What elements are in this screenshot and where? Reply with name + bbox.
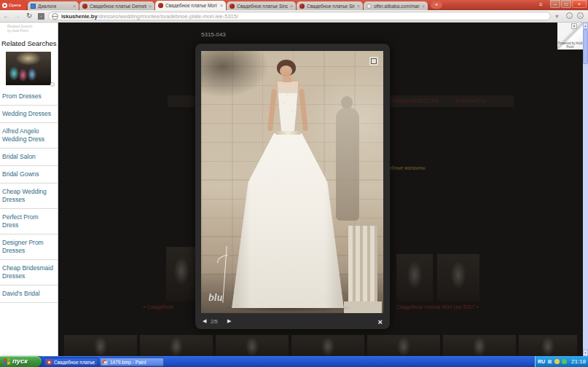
system-tray: RU 21:18: [535, 356, 588, 367]
gallery-thumbnail: [367, 335, 440, 356]
tab-strip: Opera Диалоги × Свадебное платье Demetri…: [0, 0, 588, 10]
lightbox-close-button[interactable]: ×: [378, 317, 383, 326]
opera-logo-icon: [2, 3, 7, 8]
tab-close-icon[interactable]: ×: [357, 4, 360, 9]
forward-icon[interactable]: →: [13, 12, 20, 20]
scrollbar-up-icon[interactable]: ▲: [583, 23, 588, 29]
reload-icon[interactable]: ↻: [26, 12, 32, 20]
sidebar-item-wedding-dresses[interactable]: Wedding Dresses: [0, 106, 58, 123]
gallery-thumbnail: [519, 335, 577, 356]
nav-item-news: НАШИ НОВОСТИ: [392, 98, 439, 103]
profile-icon[interactable]: •: [577, 12, 584, 19]
language-indicator[interactable]: RU: [538, 359, 545, 364]
tab-label: Свадебное платье Demetri: [90, 4, 146, 9]
taskbar-clock: 21:18: [571, 358, 586, 365]
site-icon: [299, 4, 305, 9]
tab-alibaba[interactable]: offer.alibaba.com/market/ ×: [364, 1, 428, 10]
start-label: пуск: [12, 357, 28, 365]
tab-dialogs[interactable]: Диалоги ×: [28, 1, 79, 10]
tab-close-icon[interactable]: ×: [220, 3, 223, 8]
wedding-dress-photo[interactable]: blu: [201, 51, 383, 313]
model-face: [280, 66, 292, 76]
close-button[interactable]: ×: [572, 0, 587, 8]
tab-dress-mori-lee-active[interactable]: Свадебное платье Mori Le ×: [155, 1, 226, 10]
dress-skirt: [230, 133, 346, 308]
sidebar-item-davids-bridal[interactable]: David's Bridal: [0, 285, 58, 303]
ad-corner-fold[interactable]: Powered by Avid Point: [557, 23, 583, 50]
sidebar-item-prom-dresses[interactable]: Prom Dresses: [0, 88, 58, 106]
sidebar-promo-photo[interactable]: [6, 52, 51, 85]
brand-logo: blu: [208, 291, 222, 304]
sidebar-item-cheap-wedding[interactable]: Cheap Wedding Dresses: [0, 184, 58, 209]
browser-window: Opera Диалоги × Свадебное платье Demetri…: [0, 0, 588, 367]
tab-close-icon[interactable]: ×: [290, 4, 293, 9]
tab-close-icon[interactable]: ×: [73, 4, 76, 9]
tab-close-icon[interactable]: ×: [422, 4, 425, 9]
tab-label: offer.alibaba.com/market/: [374, 4, 420, 9]
expand-icon[interactable]: [369, 57, 378, 66]
gallery-thumbnail: [443, 335, 516, 356]
statue-figure: [336, 108, 359, 221]
page-scrollbar[interactable]: ▲ ▼: [583, 23, 588, 356]
nav-item-contacts: КОНТАКТЫ: [455, 98, 486, 103]
gallery-thumbnail: [291, 335, 364, 356]
maximize-button[interactable]: □: [561, 0, 571, 8]
start-button[interactable]: пуск: [0, 356, 42, 367]
update-icon[interactable]: [554, 359, 560, 364]
model-arm: [267, 89, 277, 131]
dress-thumbnail: [166, 247, 197, 301]
tab-dress-demetri[interactable]: Свадебное платье Demetri ×: [79, 1, 154, 10]
task-label: 1479.bmp - Paint: [110, 360, 146, 365]
adchoices-icon[interactable]: [50, 82, 55, 87]
sidebar-ad-note: Related Search by Avid Point: [7, 24, 32, 33]
flower-leaf: [217, 255, 228, 263]
ad-options-icon[interactable]: [571, 23, 577, 29]
antivirus-icon[interactable]: [562, 359, 567, 364]
taskbar-item-opera[interactable]: Свадебное платье ...: [44, 358, 98, 366]
new-tab-button[interactable]: +: [431, 1, 442, 9]
scrollbar-down-icon[interactable]: ▼: [583, 350, 588, 356]
chat-icon: [31, 4, 36, 9]
photo-counter: 2/5: [211, 319, 218, 324]
dress-thumbnail: [396, 254, 433, 301]
sidebar-item-designer-prom[interactable]: Designer Prom Dresses: [0, 234, 58, 260]
minimize-button[interactable]: –: [550, 0, 560, 8]
site-icon: [158, 3, 163, 8]
sidebar-item-bridal-gowns[interactable]: Bridal Gowns: [0, 166, 58, 184]
back-icon[interactable]: ←: [3, 12, 10, 20]
address-bar[interactable]: iskushenie.by /dresses/wedding/morilee/s…: [48, 12, 551, 20]
page-overlay-area: НАШИ НОВОСТИ КОНТАКТЫ свадебные магазины…: [58, 23, 588, 356]
sidebar-title: Related Searches: [1, 39, 57, 47]
tab-dress-sincerity-1[interactable]: Свадебное платье Sinceri ×: [227, 1, 296, 10]
network-icon[interactable]: [547, 359, 552, 364]
taskbar-item-paint[interactable]: 1479.bmp - Paint: [100, 358, 164, 366]
model-arm: [299, 89, 308, 131]
image-lightbox: blu ◀ 2/5 ▶ ×: [195, 44, 390, 329]
speed-dial-icon[interactable]: [38, 13, 44, 20]
window-menu-icon[interactable]: ≡: [539, 1, 543, 8]
sidebar-link-list: Prom Dresses Wedding Dresses Alfred Ange…: [0, 88, 58, 303]
tab-dress-sincerity-2[interactable]: Свадебное платье Sinceri ×: [297, 1, 363, 10]
download-icon[interactable]: ↓: [566, 12, 573, 19]
site-icon: [82, 4, 87, 9]
stone-column: [348, 226, 377, 313]
opera-icon: [47, 360, 52, 365]
sidebar-item-cheap-bridesmaid[interactable]: Cheap Bridesmaid Dresses: [0, 260, 58, 285]
dress-belt: [275, 131, 301, 135]
sidebar-item-bridal-salon[interactable]: Bridal Salon: [0, 149, 58, 166]
tab-close-icon[interactable]: ×: [149, 4, 152, 9]
opera-menu-label: Opera: [9, 3, 21, 7]
corner-note: Powered by Avid Point: [557, 42, 583, 49]
scrollbar-thumb[interactable]: [583, 29, 588, 64]
site-badge-icon[interactable]: [52, 13, 58, 20]
page-content: Related Search by Avid Point Related Sea…: [0, 23, 588, 356]
opera-menu-button[interactable]: Opera: [0, 0, 26, 10]
sidebar-item-perfect-prom[interactable]: Perfect Prom Dress: [0, 209, 58, 234]
sidebar-item-alfred-angelo[interactable]: Alfred Angelo Wedding Dress: [0, 123, 58, 149]
bookmark-heart-icon[interactable]: ♥: [555, 13, 559, 20]
next-photo-button[interactable]: ▶: [227, 318, 231, 324]
dress-thumbnail: [437, 254, 479, 301]
tab-label: Свадебное платье Sinceri: [237, 4, 288, 9]
globe-icon: [366, 4, 372, 9]
prev-photo-button[interactable]: ◀: [203, 318, 206, 324]
